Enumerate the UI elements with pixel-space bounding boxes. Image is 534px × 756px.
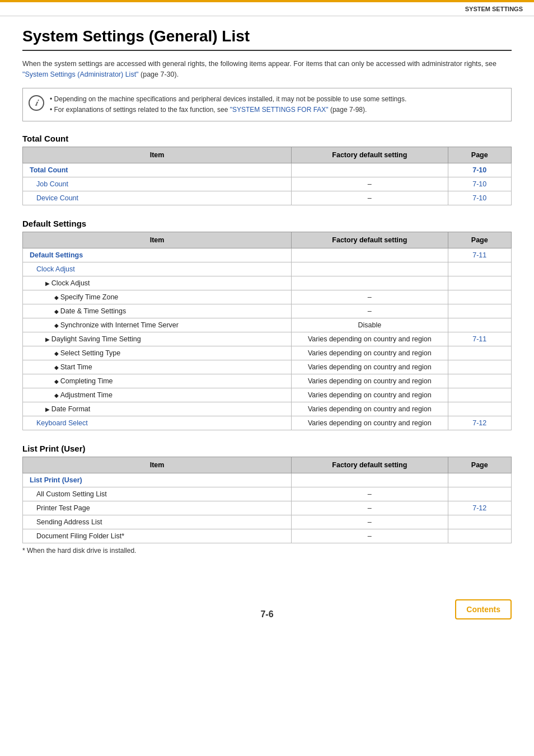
- page-value: [448, 318, 512, 332]
- section-title-total-count: Total Count: [22, 134, 512, 143]
- item-label: Document Filing Folder List*: [23, 529, 292, 543]
- fax-link[interactable]: "SYSTEM SETTINGS FOR FAX": [230, 106, 329, 114]
- factory-value: Varies depending on country and region: [292, 346, 448, 360]
- factory-value: –: [292, 501, 448, 515]
- page-value: [448, 402, 512, 416]
- factory-value: –: [292, 290, 448, 304]
- factory-value: [292, 262, 448, 276]
- page-value[interactable]: 7-11: [448, 248, 512, 262]
- factory-value: –: [292, 529, 448, 543]
- factory-value: –: [292, 191, 448, 205]
- table-row: Sending Address List –: [23, 515, 512, 529]
- item-label: Clock Adjust: [23, 276, 292, 290]
- col-header-item: Item: [23, 457, 292, 473]
- item-label: Printer Test Page: [23, 501, 292, 515]
- section-title-default-settings: Default Settings: [22, 219, 512, 228]
- page-value[interactable]: 7-11: [448, 332, 512, 346]
- table-row: Clock Adjust: [23, 276, 512, 290]
- item-label[interactable]: List Print (User): [23, 473, 292, 487]
- page-value[interactable]: 7-12: [448, 501, 512, 515]
- note-line-2: • For explanations of settings related t…: [50, 105, 406, 115]
- page-value: [448, 360, 512, 374]
- factory-value: –: [292, 304, 448, 318]
- header-title: SYSTEM SETTINGS: [465, 6, 523, 12]
- item-label: Completing Time: [23, 374, 292, 388]
- page-value: [448, 290, 512, 304]
- contents-button[interactable]: Contents: [455, 599, 512, 619]
- item-label: Date Format: [23, 402, 292, 416]
- table-row: Adjustment Time Varies depending on coun…: [23, 388, 512, 402]
- page-value: [448, 487, 512, 501]
- page-value: [448, 276, 512, 290]
- note-text: • Depending on the machine specification…: [50, 94, 406, 115]
- table-row: Job Count – 7-10: [23, 177, 512, 191]
- table-row: Clock Adjust: [23, 262, 512, 276]
- table-row: Select Setting Type Varies depending on …: [23, 346, 512, 360]
- page-value: [448, 262, 512, 276]
- table-row: Device Count – 7-10: [23, 191, 512, 205]
- table-row: Start Time Varies depending on country a…: [23, 360, 512, 374]
- page-value: [448, 473, 512, 487]
- page-value: [448, 388, 512, 402]
- factory-value: [292, 473, 448, 487]
- note-box: 𝒊 • Depending on the machine specificati…: [22, 88, 512, 121]
- factory-value: –: [292, 515, 448, 529]
- item-label[interactable]: Keyboard Select: [23, 416, 292, 430]
- item-label: Specify Time Zone: [23, 290, 292, 304]
- table-row: Default Settings 7-11: [23, 248, 512, 262]
- table-row: Date Format Varies depending on country …: [23, 402, 512, 416]
- intro-paragraph: When the system settings are accessed wi…: [22, 59, 512, 80]
- note-icon: 𝒊: [29, 95, 44, 111]
- table-row: Specify Time Zone –: [23, 290, 512, 304]
- page-value[interactable]: 7-10: [448, 191, 512, 205]
- page-value: [448, 529, 512, 543]
- table-row: Document Filing Folder List* –: [23, 529, 512, 543]
- col-header-page: Page: [448, 232, 512, 248]
- col-header-item: Item: [23, 232, 292, 248]
- col-header-factory: Factory default setting: [292, 147, 448, 163]
- page-value: [448, 346, 512, 360]
- item-label: Daylight Saving Time Setting: [23, 332, 292, 346]
- item-label[interactable]: Default Settings: [23, 248, 292, 262]
- page-value[interactable]: 7-12: [448, 416, 512, 430]
- item-label: Adjustment Time: [23, 388, 292, 402]
- table-row: All Custom Setting List –: [23, 487, 512, 501]
- item-label: Start Time: [23, 360, 292, 374]
- item-label[interactable]: Device Count: [23, 191, 292, 205]
- factory-value: Varies depending on country and region: [292, 332, 448, 346]
- page-footer: 7-6 Contents: [0, 594, 534, 625]
- item-label: Sending Address List: [23, 515, 292, 529]
- item-label[interactable]: Clock Adjust: [23, 262, 292, 276]
- item-label: Date & Time Settings: [23, 304, 292, 318]
- factory-value: Varies depending on country and region: [292, 402, 448, 416]
- col-header-item: Item: [23, 147, 292, 163]
- section-title-list-print: List Print (User): [22, 444, 512, 453]
- note-line-1: • Depending on the machine specification…: [50, 94, 406, 105]
- page-header: SYSTEM SETTINGS: [0, 0, 534, 16]
- factory-value: [292, 163, 448, 177]
- table-row: Synchronize with Internet Time Server Di…: [23, 318, 512, 332]
- main-content: System Settings (General) List When the …: [0, 16, 534, 583]
- factory-value: [292, 248, 448, 262]
- col-header-page: Page: [448, 147, 512, 163]
- page-value: [448, 304, 512, 318]
- item-label[interactable]: Job Count: [23, 177, 292, 191]
- page-value[interactable]: 7-10: [448, 177, 512, 191]
- table-row: Total Count 7-10: [23, 163, 512, 177]
- intro-text1: When the system settings are accessed wi…: [22, 60, 496, 68]
- page-value: [448, 374, 512, 388]
- col-header-factory: Factory default setting: [292, 232, 448, 248]
- item-label[interactable]: Total Count: [23, 163, 292, 177]
- table-row: Keyboard Select Varies depending on coun…: [23, 416, 512, 430]
- factory-value: Varies depending on country and region: [292, 360, 448, 374]
- factory-value: [292, 276, 448, 290]
- admin-list-link[interactable]: "System Settings (Administrator) List": [22, 71, 139, 78]
- footnote: * When the hard disk drive is installed.: [22, 547, 512, 555]
- col-header-page: Page: [448, 457, 512, 473]
- page-value[interactable]: 7-10: [448, 163, 512, 177]
- default-settings-table: Item Factory default setting Page Defaul…: [22, 232, 512, 430]
- table-row: Date & Time Settings –: [23, 304, 512, 318]
- item-label: Synchronize with Internet Time Server: [23, 318, 292, 332]
- col-header-factory: Factory default setting: [292, 457, 448, 473]
- list-print-table: Item Factory default setting Page List P…: [22, 457, 512, 543]
